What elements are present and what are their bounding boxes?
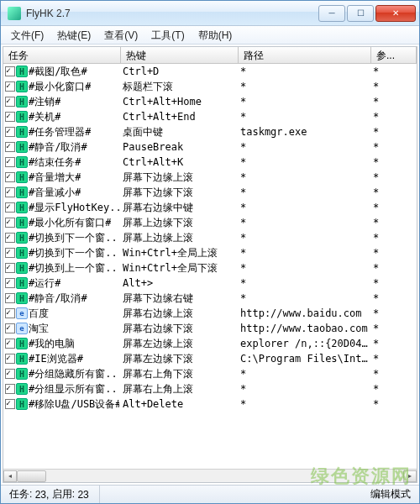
enabled-checkbox[interactable]: [5, 157, 15, 167]
enabled-checkbox[interactable]: [5, 66, 15, 76]
cell-path: *: [239, 383, 371, 395]
table-row[interactable]: H#关机#Ctrl+Alt+End**: [3, 109, 417, 124]
enabled-checkbox[interactable]: [5, 248, 15, 258]
titlebar[interactable]: FlyHK 2.7 ─ ☐ ✕: [1, 1, 419, 26]
enabled-checkbox[interactable]: [5, 354, 15, 364]
enabled-checkbox[interactable]: [5, 187, 15, 197]
col-header-path[interactable]: 路径: [239, 47, 371, 63]
enabled-checkbox[interactable]: [5, 384, 15, 394]
cell-hotkey: Win+Ctrl+全局上滚: [121, 246, 239, 260]
task-name: #IE浏览器#: [29, 352, 83, 366]
col-header-params[interactable]: 参...: [371, 47, 417, 63]
hotkey-icon: H: [16, 141, 28, 153]
task-name: #最小化所有窗口#: [29, 216, 111, 230]
cell-params: *: [371, 232, 417, 244]
enabled-checkbox[interactable]: [5, 142, 15, 152]
task-name: #移除U盘/USB设备#: [29, 397, 119, 412]
enabled-checkbox[interactable]: [5, 202, 15, 213]
enabled-checkbox[interactable]: [5, 308, 15, 318]
table-row[interactable]: H#切换到下一个窗...Win+Ctrl+全局上滚**: [3, 245, 417, 260]
table-row[interactable]: H#切换到下一个窗...屏幕上边缘上滚**: [3, 230, 417, 245]
task-name: #结束任务#: [29, 155, 81, 170]
scroll-left-button[interactable]: ◂: [3, 470, 17, 482]
scroll-right-button[interactable]: ▸: [403, 470, 417, 482]
enabled-checkbox[interactable]: [5, 97, 15, 107]
cell-path: *: [239, 66, 371, 77]
table-row[interactable]: H#切换到上一个窗...Win+Ctrl+全局下滚**: [3, 260, 417, 276]
table-row[interactable]: H#结束任务#Ctrl+Alt+K**: [3, 155, 417, 170]
cell-params: *: [371, 156, 417, 168]
table-row[interactable]: H#移除U盘/USB设备#Alt+Delete**: [3, 396, 417, 412]
task-name: #截图/取色#: [29, 65, 87, 79]
menu-hotkey[interactable]: 热键(E): [50, 26, 97, 44]
table-row[interactable]: H#最小化所有窗口#屏幕上边缘下滚**: [3, 215, 417, 230]
cell-hotkey: Alt+>: [121, 277, 239, 289]
col-header-task[interactable]: 任务: [3, 47, 121, 63]
table-row[interactable]: H#注销#Ctrl+Alt+Home**: [3, 94, 417, 109]
cell-task: H#静音/取消#: [3, 140, 121, 155]
menu-help[interactable]: 帮助(H): [192, 26, 239, 44]
hotkey-icon: H: [16, 202, 28, 213]
hotkey-icon: H: [16, 338, 28, 349]
task-name: #音量增大#: [29, 171, 81, 185]
table-row[interactable]: e百度屏幕右边缘上滚http://www.baidu.com*: [3, 306, 417, 321]
cell-task: H#音量增大#: [3, 171, 121, 185]
status-enabled-count: 23: [77, 489, 88, 501]
scroll-thumb[interactable]: [17, 470, 46, 482]
cell-path: http://www.baidu.com: [239, 307, 371, 319]
cell-path: C:\Program Files\Inte...: [239, 353, 371, 365]
table-row[interactable]: e淘宝屏幕右边缘下滚http://www.taobao.com*: [3, 321, 417, 336]
table-row[interactable]: H#IE浏览器#屏幕左边缘下滚C:\Program Files\Inte...*: [3, 351, 417, 366]
cell-task: H#任务管理器#: [3, 125, 121, 139]
close-button[interactable]: ✕: [375, 5, 416, 22]
menu-tools[interactable]: 工具(T): [144, 26, 191, 44]
scroll-track[interactable]: [17, 470, 403, 482]
table-row[interactable]: H#截图/取色#Ctrl+D**: [3, 64, 417, 79]
cell-path: *: [239, 262, 371, 274]
maximize-button[interactable]: ☐: [347, 5, 374, 22]
cell-params: *: [371, 81, 417, 92]
table-row[interactable]: H#分组隐藏所有窗...屏幕右上角下滚**: [3, 366, 417, 381]
table-row[interactable]: H#静音/取消#PauseBreak**: [3, 139, 417, 155]
menu-view[interactable]: 查看(V): [97, 26, 144, 44]
enabled-checkbox[interactable]: [5, 112, 15, 122]
table-row[interactable]: H#任务管理器#桌面中键taskmgr.exe*: [3, 124, 417, 139]
app-window: FlyHK 2.7 ─ ☐ ✕ 文件(F) 热键(E) 查看(V) 工具(T) …: [0, 0, 420, 504]
cell-task: H#最小化窗口#: [3, 80, 121, 94]
cell-hotkey: 屏幕右边缘上滚: [121, 307, 239, 321]
table-row[interactable]: H#显示FlyHotKey...屏幕右边缘中键**: [3, 200, 417, 215]
hotkey-icon: H: [16, 353, 28, 365]
table-row[interactable]: H#分组显示所有窗...屏幕右上角上滚**: [3, 381, 417, 396]
list-body[interactable]: H#截图/取色#Ctrl+D**H#最小化窗口#标题栏下滚**H#注销#Ctrl…: [3, 64, 417, 469]
enabled-checkbox[interactable]: [5, 293, 15, 303]
enabled-checkbox[interactable]: [5, 339, 15, 349]
enabled-checkbox[interactable]: [5, 399, 15, 409]
table-row[interactable]: H#我的电脑屏幕左边缘上滚explorer /n,::{20D04F...*: [3, 336, 417, 351]
cell-task: H#注销#: [3, 95, 121, 109]
enabled-checkbox[interactable]: [5, 323, 15, 333]
table-row[interactable]: H#最小化窗口#标题栏下滚**: [3, 79, 417, 94]
hotkey-icon: H: [16, 186, 28, 198]
col-header-hotkey[interactable]: 热键: [121, 47, 239, 63]
status-tasks: 任务: 23, 启用: 23: [6, 486, 100, 503]
horizontal-scrollbar[interactable]: ◂ ▸: [3, 469, 417, 482]
enabled-checkbox[interactable]: [5, 172, 15, 182]
cell-hotkey: Ctrl+Alt+End: [121, 111, 239, 123]
minimize-button[interactable]: ─: [318, 5, 345, 22]
enabled-checkbox[interactable]: [5, 278, 15, 288]
enabled-checkbox[interactable]: [5, 218, 15, 228]
table-row[interactable]: H#运行#Alt+>**: [3, 276, 417, 291]
enabled-checkbox[interactable]: [5, 127, 15, 137]
enabled-checkbox[interactable]: [5, 233, 15, 243]
enabled-checkbox[interactable]: [5, 81, 15, 92]
enabled-checkbox[interactable]: [5, 263, 15, 273]
cell-params: *: [371, 66, 417, 77]
table-row[interactable]: H#音量减小#屏幕下边缘下滚**: [3, 185, 417, 200]
cell-hotkey: 屏幕上边缘上滚: [121, 231, 239, 245]
enabled-checkbox[interactable]: [5, 369, 15, 379]
cell-params: *: [371, 126, 417, 138]
table-row[interactable]: H#音量增大#屏幕下边缘上滚**: [3, 170, 417, 185]
cell-task: H#切换到下一个窗...: [3, 246, 121, 260]
menu-file[interactable]: 文件(F): [4, 26, 50, 44]
table-row[interactable]: H#静音/取消#屏幕下边缘右键**: [3, 291, 417, 306]
